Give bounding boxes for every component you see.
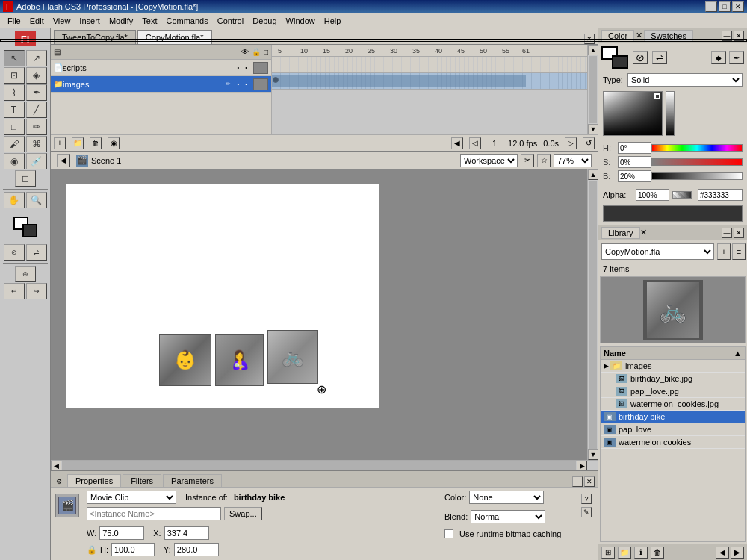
step-back-btn[interactable]: ◁ <box>469 137 481 149</box>
step-forward-btn[interactable]: ▷ <box>565 137 577 149</box>
paint-bucket-tool[interactable]: ◉ <box>4 153 25 169</box>
color-spectrum-box[interactable] <box>603 91 663 136</box>
zoom-tool[interactable]: 🔍 <box>26 192 47 208</box>
nav-left-btn[interactable]: ◀ <box>57 154 70 167</box>
menu-window[interactable]: Window <box>282 15 320 27</box>
lib-scroll-right-btn[interactable]: ▶ <box>731 547 744 559</box>
canvas-scroll-left[interactable]: ◀ <box>51 461 61 470</box>
snap-btn[interactable]: ⊕ <box>15 266 36 282</box>
edit-scene-btn[interactable]: ✂ <box>521 154 534 167</box>
canvas-scroll-v[interactable]: ▲ ▼ <box>587 169 598 460</box>
properties-minimize-btn[interactable]: — <box>572 476 583 487</box>
x-input[interactable] <box>164 526 209 540</box>
new-folder-btn[interactable]: 📁 <box>72 137 84 149</box>
b-value[interactable] <box>618 170 651 182</box>
s-slider[interactable] <box>651 158 743 166</box>
library-close[interactable]: ✕ <box>640 228 647 237</box>
stroke-tool[interactable]: ✒ <box>729 51 744 64</box>
lib-item-birthday-bike-jpg[interactable]: 🖼 birthday_bike.jpg <box>601 373 745 385</box>
h-slider[interactable] <box>651 144 743 152</box>
workspace-select[interactable]: Workspace <box>460 154 518 167</box>
symbol-type-select[interactable]: Movie Clip Button Graphic <box>87 491 176 504</box>
rect-tool[interactable]: □ <box>4 119 25 135</box>
instance-name-input[interactable] <box>87 507 221 520</box>
lib-item-papi-love-jpg[interactable]: 🖼 papi_love.jpg <box>601 385 745 398</box>
new-layer-btn[interactable]: + <box>54 137 66 149</box>
menu-file[interactable]: File <box>3 15 25 27</box>
subselect-tool[interactable]: ↗ <box>26 50 47 66</box>
library-tab[interactable]: Library <box>601 227 640 239</box>
zoom-select[interactable]: 77% 100% 50% <box>554 154 592 167</box>
h-value[interactable] <box>618 142 651 154</box>
swap-color-tool[interactable]: ⇌ <box>652 51 667 64</box>
canvas-scroll-down[interactable]: ▼ <box>588 449 598 460</box>
eyedropper-tool[interactable]: 💉 <box>26 153 47 169</box>
menu-edit[interactable]: Edit <box>25 15 49 27</box>
lib-new-folder-btn[interactable]: 📁 <box>618 547 631 559</box>
color-select[interactable]: None Brightness Tint Alpha Advanced <box>469 491 544 504</box>
edit-symbol-btn[interactable]: ☆ <box>537 154 551 167</box>
line-tool[interactable]: ╱ <box>26 102 47 118</box>
tab-copymotion[interactable]: CopyMotion.fla* <box>137 30 212 44</box>
minimize-btn[interactable]: — <box>705 1 717 12</box>
stroke-fill-indicator[interactable] <box>13 217 37 237</box>
library-file-select[interactable]: CopyMotion.fla <box>601 243 714 260</box>
menu-view[interactable]: View <box>49 15 75 27</box>
canvas-scroll-right[interactable]: ▶ <box>577 461 587 470</box>
h-input[interactable] <box>111 543 155 556</box>
scroll-up-btn[interactable]: ▲ <box>588 45 598 55</box>
lib-delete-btn[interactable]: 🗑 <box>651 547 664 559</box>
lasso-tool[interactable]: ⌇ <box>4 84 25 101</box>
canvas-scroll-h[interactable]: ◀ ▶ <box>51 460 598 470</box>
free-transform-tool[interactable]: ⊡ <box>4 67 25 84</box>
tab-tweentocopy[interactable]: TweenToCopy.fla* <box>54 30 136 44</box>
alpha-slider[interactable] <box>672 191 692 199</box>
tab-properties[interactable]: Properties <box>67 474 121 487</box>
menu-help[interactable]: Help <box>320 15 346 27</box>
library-options-btn[interactable]: ≡ <box>732 243 746 260</box>
lib-item-papi-love[interactable]: ▣ papi love <box>601 423 745 436</box>
y-input[interactable] <box>174 543 219 556</box>
maximize-btn[interactable]: □ <box>719 1 731 12</box>
lib-properties-btn[interactable]: ℹ <box>634 547 648 559</box>
fill-color[interactable] <box>22 224 37 237</box>
straighten-btn[interactable]: ↪ <box>26 283 47 299</box>
w-input[interactable] <box>99 526 144 540</box>
lib-item-watermelon-cookies[interactable]: ▣ watermelon cookies <box>601 436 745 449</box>
library-minimize[interactable]: — <box>722 228 732 238</box>
edit-btn[interactable]: ✎ <box>581 507 592 517</box>
spectrum-strip[interactable] <box>666 91 675 136</box>
lib-new-symbol-btn[interactable]: ⊞ <box>601 547 615 559</box>
s-value[interactable] <box>618 156 651 168</box>
gradient-tool[interactable]: ◈ <box>26 67 47 84</box>
menu-text[interactable]: Text <box>137 15 161 27</box>
bitmap-cache-checkbox[interactable] <box>444 529 453 538</box>
pen-tool[interactable]: ✒ <box>26 84 47 101</box>
menu-modify[interactable]: Modify <box>105 15 137 27</box>
ink-tool[interactable]: ⌘ <box>26 136 47 152</box>
eraser-tool[interactable]: ◻ <box>15 170 36 187</box>
color-type-select[interactable]: Solid Linear Radial <box>627 73 743 87</box>
text-tool[interactable]: T <box>4 102 25 118</box>
no-color-tool[interactable]: ⊘ <box>633 51 648 64</box>
smooth-btn[interactable]: ↩ <box>4 283 25 299</box>
loop-btn[interactable]: ↺ <box>583 137 595 149</box>
library-close-btn[interactable]: ✕ <box>734 228 744 238</box>
add-motion-btn[interactable]: ◉ <box>108 137 120 149</box>
b-slider[interactable] <box>651 172 743 180</box>
tab-filters[interactable]: Filters <box>123 474 161 487</box>
hex-value[interactable] <box>698 189 743 201</box>
timeline-scroll-v[interactable]: ▲ ▼ <box>587 45 598 134</box>
layer-scripts[interactable]: 📄 scripts • • <box>51 60 271 76</box>
properties-close-btn[interactable]: ✕ <box>584 476 595 487</box>
layer-images[interactable]: 📁 images ✏ • • <box>51 76 271 93</box>
no-color-btn[interactable]: ⊘ <box>4 244 25 261</box>
arrow-tool[interactable]: ↖ <box>4 50 25 66</box>
tab-parameters[interactable]: Parameters <box>163 474 222 487</box>
stage-canvas[interactable]: 👶 🤱 🚲 ⊕ <box>66 184 379 408</box>
canvas-scroll-up[interactable]: ▲ <box>588 169 598 180</box>
menu-insert[interactable]: Insert <box>75 15 105 27</box>
alpha-value[interactable] <box>636 189 669 201</box>
blend-select[interactable]: Normal Layer Multiply <box>471 510 545 523</box>
swap-colors-btn[interactable]: ⇌ <box>26 244 47 261</box>
